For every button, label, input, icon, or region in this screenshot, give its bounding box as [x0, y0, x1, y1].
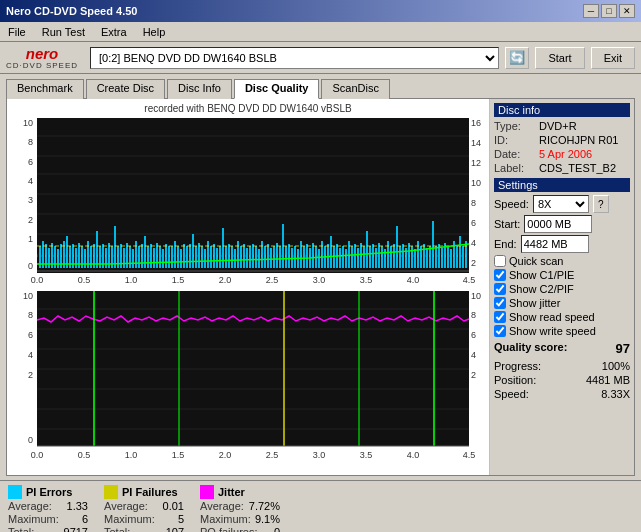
- svg-rect-81: [210, 246, 212, 268]
- svg-rect-33: [66, 236, 68, 268]
- show-read-checkbox[interactable]: [494, 311, 506, 323]
- svg-text:2.5: 2.5: [266, 450, 279, 460]
- svg-rect-68: [171, 246, 173, 268]
- progress-section: Progress: 100% Position: 4481 MB Speed: …: [494, 360, 630, 400]
- settings-group: Speed: 8X ? Start: End: Quick scan: [494, 195, 630, 337]
- pi-errors-avg-value: 1.33: [67, 500, 88, 512]
- speed-help-button[interactable]: ?: [593, 195, 609, 213]
- start-input[interactable]: [524, 215, 592, 233]
- svg-rect-144: [399, 246, 401, 268]
- svg-rect-90: [237, 241, 239, 268]
- show-write-checkbox[interactable]: [494, 325, 506, 337]
- position-row: Position: 4481 MB: [494, 374, 630, 386]
- speed-dropdown[interactable]: 8X: [533, 195, 589, 213]
- show-jitter-label: Show jitter: [509, 297, 560, 309]
- svg-rect-101: [270, 248, 272, 268]
- menu-bar: File Run Test Extra Help: [0, 22, 641, 42]
- show-read-label: Show read speed: [509, 311, 595, 323]
- svg-rect-152: [423, 244, 425, 268]
- svg-rect-39: [84, 249, 86, 268]
- menu-help[interactable]: Help: [139, 25, 170, 39]
- svg-rect-111: [300, 241, 302, 268]
- svg-rect-133: [366, 231, 368, 268]
- jitter-avg-row: Average: 7.72%: [200, 500, 280, 512]
- show-c2pif-checkbox[interactable]: [494, 283, 506, 295]
- svg-rect-27: [48, 248, 50, 268]
- svg-text:4: 4: [471, 238, 476, 248]
- svg-rect-106: [285, 246, 287, 268]
- show-jitter-row[interactable]: Show jitter: [494, 297, 630, 309]
- maximize-button[interactable]: □: [601, 4, 617, 18]
- svg-rect-132: [363, 246, 365, 268]
- svg-rect-143: [396, 226, 398, 268]
- show-c1pie-row[interactable]: Show C1/PIE: [494, 269, 630, 281]
- menu-file[interactable]: File: [4, 25, 30, 39]
- quick-scan-checkbox[interactable]: [494, 255, 506, 267]
- refresh-button[interactable]: 🔄: [505, 47, 529, 69]
- show-c2pif-row[interactable]: Show C2/PIF: [494, 283, 630, 295]
- menu-run-test[interactable]: Run Test: [38, 25, 89, 39]
- disc-info-title: Disc info: [494, 103, 630, 117]
- show-jitter-checkbox[interactable]: [494, 297, 506, 309]
- tab-benchmark[interactable]: Benchmark: [6, 79, 84, 99]
- svg-text:2: 2: [471, 258, 476, 268]
- svg-rect-64: [159, 246, 161, 268]
- close-button[interactable]: ✕: [619, 4, 635, 18]
- svg-rect-88: [231, 246, 233, 268]
- speed-row: Speed: 8X ?: [494, 195, 630, 213]
- svg-rect-155: [432, 221, 434, 268]
- svg-rect-121: [330, 236, 332, 268]
- end-input[interactable]: [521, 235, 589, 253]
- speed-select[interactable]: 8X: [533, 195, 589, 213]
- jitter-label: Jitter: [218, 486, 245, 498]
- svg-text:6: 6: [471, 330, 476, 340]
- tab-scandisc[interactable]: ScanDisc: [321, 79, 389, 99]
- pi-failures-avg-label: Average:: [104, 500, 148, 512]
- svg-text:10: 10: [23, 291, 33, 301]
- svg-rect-60: [147, 246, 149, 268]
- speed-prog-label: Speed:: [494, 388, 529, 400]
- quality-score-value: 97: [616, 341, 630, 356]
- svg-rect-73: [186, 246, 188, 268]
- jitter-avg-value: 7.72%: [249, 500, 280, 512]
- minimize-button[interactable]: ─: [583, 4, 599, 18]
- svg-text:0.5: 0.5: [78, 450, 91, 460]
- pi-failures-header: PI Failures: [104, 485, 184, 499]
- svg-rect-134: [369, 246, 371, 268]
- drive-selector[interactable]: [0:2] BENQ DVD DD DW1640 BSLB: [90, 47, 499, 69]
- svg-rect-93: [246, 248, 248, 268]
- svg-text:8: 8: [28, 137, 33, 147]
- show-write-row[interactable]: Show write speed: [494, 325, 630, 337]
- quick-scan-row[interactable]: Quick scan: [494, 255, 630, 267]
- svg-text:0.5: 0.5: [78, 275, 91, 285]
- exit-button[interactable]: Exit: [591, 47, 635, 69]
- tab-disc-quality[interactable]: Disc Quality: [234, 79, 320, 99]
- progress-label: Progress:: [494, 360, 541, 372]
- po-failures-row: PO failures: 0: [200, 526, 280, 532]
- disc-label-label: Label:: [494, 162, 539, 174]
- svg-text:4.5: 4.5: [463, 450, 476, 460]
- pi-failures-avg-row: Average: 0.01: [104, 500, 184, 512]
- pi-errors-avg-label: Average:: [8, 500, 52, 512]
- svg-rect-43: [96, 231, 98, 268]
- svg-rect-145: [402, 244, 404, 268]
- svg-rect-164: [459, 236, 461, 268]
- svg-rect-52: [123, 248, 125, 268]
- show-c1pie-checkbox[interactable]: [494, 269, 506, 281]
- window-controls: ─ □ ✕: [583, 4, 635, 18]
- show-read-row[interactable]: Show read speed: [494, 311, 630, 323]
- tab-create-disc[interactable]: Create Disc: [86, 79, 165, 99]
- svg-text:3: 3: [28, 195, 33, 205]
- svg-rect-78: [201, 246, 203, 268]
- charts-svg: 10 8 6 4 3 2 1 0 16 14 12 10 8 6 4 2: [9, 116, 487, 471]
- tab-disc-info[interactable]: Disc Info: [167, 79, 232, 99]
- disc-id-label: ID:: [494, 134, 539, 146]
- menu-extra[interactable]: Extra: [97, 25, 131, 39]
- start-button[interactable]: Start: [535, 47, 584, 69]
- jitter-max-value: 9.1%: [255, 513, 280, 525]
- svg-rect-75: [192, 234, 194, 268]
- window-title: Nero CD-DVD Speed 4.50: [6, 5, 137, 17]
- disc-label-value: CDS_TEST_B2: [539, 162, 616, 174]
- speed-prog-value: 8.33X: [601, 388, 630, 400]
- svg-rect-36: [75, 248, 77, 268]
